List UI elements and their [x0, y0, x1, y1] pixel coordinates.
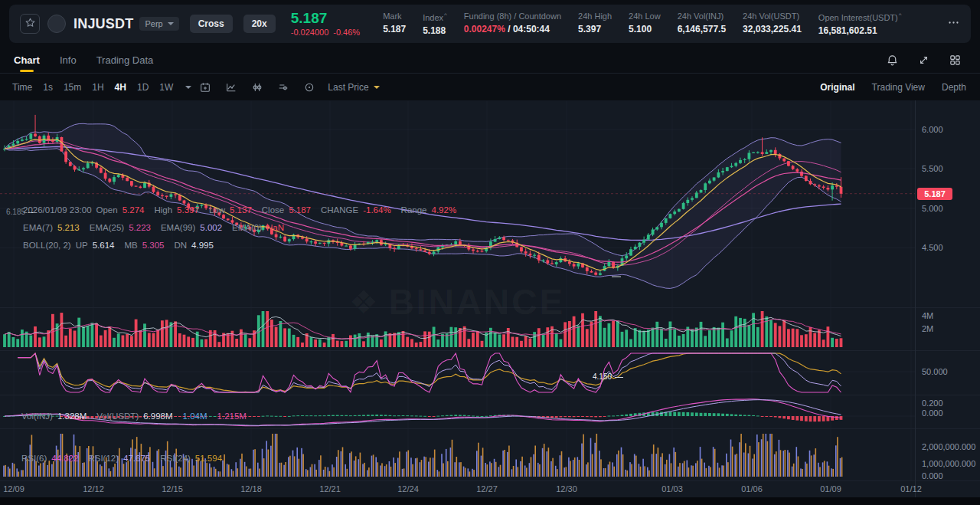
star-icon — [24, 17, 36, 31]
header-stat: 24h High5.397 — [578, 11, 612, 36]
margin-mode-button[interactable]: Cross — [190, 15, 233, 33]
svg-text:6.000: 6.000 — [922, 125, 943, 134]
svg-text:0.000: 0.000 — [922, 471, 943, 480]
price-block: 5.187 -0.024000-0.46% — [291, 11, 364, 37]
svg-text:12/18: 12/18 — [240, 484, 262, 494]
svg-text:50.000: 50.000 — [922, 367, 948, 376]
interval-1h[interactable]: 1H — [92, 82, 103, 93]
time-label: Time — [12, 82, 32, 93]
binance-watermark: ❖ BINANCE — [349, 281, 565, 323]
svg-text:12/09: 12/09 — [3, 484, 24, 494]
price-change-abs: -0.024000 — [291, 28, 329, 37]
layout-grid-icon[interactable] — [949, 54, 962, 67]
svg-text:2,000,000.000: 2,000,000.000 — [922, 442, 975, 451]
interval-4h[interactable]: 4H — [115, 82, 126, 93]
price-source-selector[interactable]: Last Price — [328, 82, 379, 93]
header-stat: 24h Low5.100 — [629, 11, 661, 36]
coin-logo — [47, 15, 66, 33]
header-stat: Index^5.188 — [423, 11, 447, 36]
view-tab-depth[interactable]: Depth — [942, 82, 966, 93]
leverage-button[interactable]: 20x — [243, 15, 276, 33]
svg-text:5.000: 5.000 — [922, 204, 943, 213]
svg-text:5.500: 5.500 — [922, 164, 943, 173]
reset-focus-icon[interactable] — [303, 81, 315, 93]
svg-text:12/30: 12/30 — [556, 484, 577, 494]
svg-text:5.187: 5.187 — [924, 189, 946, 198]
header-stat: Mark5.187 — [383, 11, 406, 36]
svg-text:0.200: 0.200 — [922, 398, 943, 408]
more-icon — [947, 16, 960, 32]
swing-low-annotation: 4.150 — [593, 372, 623, 381]
view-tab-original[interactable]: Original — [820, 82, 854, 93]
chart-actions — [886, 54, 966, 67]
more-menu-button[interactable] — [947, 16, 960, 32]
page-tabs: ChartInfoTrading Data — [14, 48, 173, 72]
chart-toolbar: Time 1s15m1H4H1D1W Last Price OriginalTr… — [0, 74, 980, 100]
header-stat: 24h Vol(INJ)6,146,577.5 — [678, 11, 726, 36]
interval-buttons: 1s15m1H4H1D1W — [43, 82, 184, 93]
svg-text:12/15: 12/15 — [162, 484, 183, 494]
tab-info[interactable]: Info — [60, 48, 77, 72]
page-tabs-row: ChartInfoTrading Data — [0, 48, 980, 74]
binance-logo-icon: ❖ — [349, 284, 378, 321]
fullscreen-expand-icon[interactable] — [917, 54, 930, 67]
chart-view-tabs: OriginalTrading ViewDepth — [820, 82, 968, 93]
futures-trading-page: INJUSDT Perp Cross 20x 5.187 -0.024000-0… — [0, 0, 980, 505]
toolbar-icons — [199, 81, 315, 93]
svg-text:4.500: 4.500 — [922, 243, 943, 252]
header-stat: 24h Vol(USDT)32,033,225.41 — [743, 11, 802, 36]
binance-watermark-text: BINANCE — [389, 281, 566, 323]
tab-trading-data[interactable]: Trading Data — [96, 48, 154, 72]
svg-text:4M: 4M — [922, 311, 933, 320]
svg-text:01/03: 01/03 — [662, 484, 683, 494]
svg-text:2M: 2M — [922, 324, 933, 333]
alert-bell-icon[interactable] — [886, 54, 899, 67]
svg-text:12/27: 12/27 — [476, 484, 498, 494]
chevron-down-icon — [168, 22, 174, 28]
tab-chart[interactable]: Chart — [14, 48, 40, 72]
view-tab-trading-view[interactable]: Trading View — [872, 82, 925, 93]
chart-canvas[interactable]: 6.0005.5005.0004.5004M2M50.0000.2000.000… — [0, 100, 980, 497]
contract-type-label: Perp — [145, 19, 162, 28]
header-stats: Mark5.187Index^5.188Funding (8h) / Count… — [383, 11, 901, 36]
interval-1d[interactable]: 1D — [137, 82, 149, 93]
symbol-name: INJUSDT — [74, 16, 133, 32]
contract-type-selector[interactable]: Perp — [139, 17, 178, 31]
svg-text:12/12: 12/12 — [83, 484, 104, 494]
svg-text:1,000,000.000: 1,000,000.000 — [922, 459, 975, 468]
favorite-star-button[interactable] — [20, 14, 40, 34]
svg-text:01/12: 01/12 — [900, 484, 922, 494]
svg-text:12/21: 12/21 — [319, 484, 341, 494]
interval-more-chevron-icon[interactable] — [185, 86, 191, 92]
interval-15m[interactable]: 15m — [64, 82, 81, 93]
svg-text:0.000: 0.000 — [922, 408, 943, 418]
bottom-strip — [0, 497, 980, 505]
svg-text:01/06: 01/06 — [741, 484, 763, 494]
chart-settings-icon[interactable] — [277, 81, 289, 93]
price-change: -0.024000-0.46% — [291, 28, 364, 37]
price-source-label: Last Price — [328, 82, 368, 93]
interval-1s[interactable]: 1s — [43, 82, 53, 93]
svg-text:01/09: 01/09 — [820, 484, 841, 494]
date-range-icon[interactable] — [199, 81, 211, 93]
price-change-pct: -0.46% — [333, 28, 360, 37]
symbol-header: INJUSDT Perp Cross 20x 5.187 -0.024000-0… — [9, 5, 971, 43]
header-stat: Funding (8h) / Countdown0.00247% / 04:50… — [464, 11, 561, 36]
header-stat: Open Interest(USDT)^16,581,602.51 — [818, 11, 902, 36]
indicators-icon[interactable] — [251, 81, 263, 93]
svg-text:12/24: 12/24 — [397, 484, 419, 494]
chevron-down-icon — [374, 86, 380, 92]
interval-1w[interactable]: 1W — [159, 82, 173, 93]
last-price: 5.187 — [291, 11, 364, 27]
chart-style-icon[interactable] — [225, 81, 237, 93]
left-high-annotation: 6.185 — [6, 208, 37, 216]
